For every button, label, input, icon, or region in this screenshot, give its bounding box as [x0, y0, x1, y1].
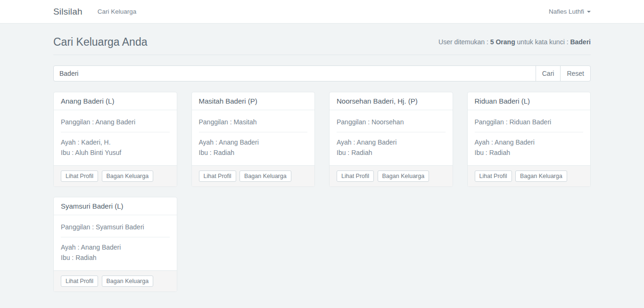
lihat-profil-button[interactable]: Lihat Profil — [475, 170, 512, 182]
person-card-footer: Lihat Profil Bagan Keluarga — [54, 165, 177, 186]
person-ayah: Ayah : Anang Baderi — [337, 137, 446, 147]
person-ayah: Ayah : Anang Baderi — [199, 137, 308, 147]
person-card: Masitah Baderi (P) Panggilan : Masitah A… — [191, 92, 315, 187]
person-card: Riduan Baderi (L) Panggilan : Riduan Bad… — [467, 92, 591, 187]
result-summary-prefix: User ditemukan : — [438, 38, 490, 46]
person-panggilan: Panggilan : Anang Baderi — [61, 117, 170, 127]
person-ayah: Ayah : Anang Baderi — [61, 242, 170, 252]
person-card-title: Syamsuri Baderi (L) — [54, 197, 177, 215]
person-card-title: Riduan Baderi (L) — [468, 92, 591, 110]
person-card-title: Masitah Baderi (P) — [192, 92, 315, 110]
person-card-footer: Lihat Profil Bagan Keluarga — [468, 165, 591, 186]
bagan-keluarga-button[interactable]: Bagan Keluarga — [102, 170, 154, 182]
person-panggilan: Panggilan : Noorsehan — [337, 117, 446, 127]
bagan-keluarga-button[interactable]: Bagan Keluarga — [378, 170, 429, 182]
person-panggilan: Panggilan : Masitah — [199, 117, 308, 127]
person-card: Noorsehan Baderi, Hj. (P) Panggilan : No… — [329, 92, 453, 187]
person-cards-grid: Anang Baderi (L) Panggilan : Anang Bader… — [53, 92, 591, 292]
nav-item-cari-keluarga[interactable]: Cari Keluarga — [98, 8, 137, 15]
person-ibu: Ibu : Radiah — [61, 252, 170, 263]
card-divider — [337, 132, 446, 132]
result-summary-middle: untuk kata kunci : — [515, 38, 570, 46]
person-ayah: Ayah : Anang Baderi — [475, 137, 584, 147]
navbar: Silsilah Cari Keluarga Nafies Luthfi — [0, 0, 644, 24]
lihat-profil-button[interactable]: Lihat Profil — [199, 170, 236, 182]
user-menu-label: Nafies Luthfi — [549, 8, 584, 15]
person-card-footer: Lihat Profil Bagan Keluarga — [192, 165, 315, 186]
person-card-footer: Lihat Profil Bagan Keluarga — [54, 270, 177, 292]
caret-down-icon — [587, 11, 591, 13]
person-card: Syamsuri Baderi (L) Panggilan : Syamsuri… — [53, 197, 177, 292]
person-ibu: Ibu : Radiah — [337, 147, 446, 158]
person-ibu: Ibu : Radiah — [475, 147, 584, 158]
card-divider — [61, 132, 170, 132]
person-card-body: Panggilan : Noorsehan Ayah : Anang Bader… — [330, 110, 453, 165]
person-panggilan: Panggilan : Syamsuri Baderi — [61, 222, 170, 232]
cari-button[interactable]: Cari — [536, 65, 561, 81]
result-summary: User ditemukan : 5 Orang untuk kata kunc… — [438, 37, 591, 47]
card-divider — [199, 132, 308, 132]
person-ayah: Ayah : Kaderi, H. — [61, 137, 170, 147]
person-card: Anang Baderi (L) Panggilan : Anang Bader… — [53, 92, 177, 187]
lihat-profil-button[interactable]: Lihat Profil — [61, 276, 98, 287]
person-card-title: Noorsehan Baderi, Hj. (P) — [330, 92, 453, 110]
person-ibu: Ibu : Radiah — [199, 147, 308, 158]
lihat-profil-button[interactable]: Lihat Profil — [337, 170, 374, 182]
bagan-keluarga-button[interactable]: Bagan Keluarga — [239, 170, 291, 182]
page-title: Cari Keluarga Anda — [53, 35, 147, 49]
result-keyword: Baderi — [570, 38, 591, 46]
result-count: 5 Orang — [490, 38, 515, 46]
brand-silsilah[interactable]: Silsilah — [53, 7, 83, 17]
person-card-body: Panggilan : Syamsuri Baderi Ayah : Anang… — [54, 215, 177, 270]
user-menu-dropdown[interactable]: Nafies Luthfi — [549, 8, 591, 15]
person-card-body: Panggilan : Riduan Baderi Ayah : Anang B… — [468, 110, 591, 165]
bagan-keluarga-button[interactable]: Bagan Keluarga — [515, 170, 567, 182]
search-form: Cari Reset — [53, 65, 591, 81]
main-content: Cari Keluarga Anda User ditemukan : 5 Or… — [46, 35, 598, 292]
lihat-profil-button[interactable]: Lihat Profil — [61, 170, 98, 182]
person-card-body: Panggilan : Anang Baderi Ayah : Kaderi, … — [54, 110, 177, 165]
card-divider — [61, 237, 170, 237]
reset-button[interactable]: Reset — [560, 65, 591, 81]
bagan-keluarga-button[interactable]: Bagan Keluarga — [102, 276, 154, 287]
person-card-body: Panggilan : Masitah Ayah : Anang Baderi … — [192, 110, 315, 165]
page-header: Cari Keluarga Anda User ditemukan : 5 Or… — [53, 35, 591, 55]
person-card-title: Anang Baderi (L) — [54, 92, 177, 110]
person-ibu: Ibu : Aluh Binti Yusuf — [61, 147, 170, 158]
person-card-footer: Lihat Profil Bagan Keluarga — [330, 165, 453, 186]
search-input[interactable] — [53, 65, 536, 81]
person-panggilan: Panggilan : Riduan Baderi — [475, 117, 584, 127]
card-divider — [475, 132, 584, 132]
